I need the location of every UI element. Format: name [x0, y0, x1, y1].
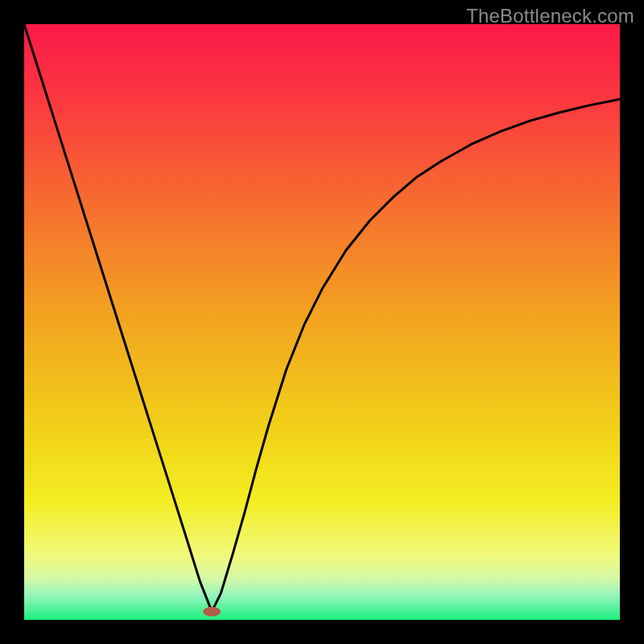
gradient-background [24, 24, 620, 620]
chart-svg [24, 24, 620, 620]
plot-area [24, 24, 620, 620]
watermark-text: TheBottleneck.com [466, 5, 634, 27]
minimum-marker [203, 607, 221, 617]
chart-stage: TheBottleneck.com [0, 0, 644, 644]
